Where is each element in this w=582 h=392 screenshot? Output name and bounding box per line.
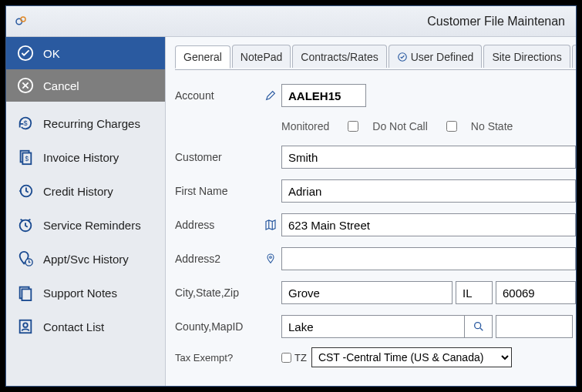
sidebar: OK Cancel $ Recurring Charges $ [6,37,166,386]
tz-label: TZ [294,352,307,364]
taxexempt-checkbox[interactable] [281,353,291,363]
invoice-icon: $ [17,149,34,166]
donotcall-checkbox[interactable] [446,121,457,132]
svg-point-14 [23,323,28,327]
firstname-label: First Name [175,185,260,197]
contact-icon [17,318,34,335]
content-area: General NotePad Contracts/Rates User Def… [166,37,576,386]
history-icon [17,183,34,199]
edit-icon[interactable] [260,89,281,102]
tab-contracts[interactable]: Contracts/Rates [292,45,386,68]
address-label: Address [175,219,260,231]
pin-icon[interactable] [260,253,281,265]
svg-point-16 [270,256,272,259]
sidebar-item-label: Appt/Svc History [43,253,129,266]
search-icon [473,320,485,333]
sidebar-item-label: Contact List [43,320,104,333]
csz-label: City,State,Zip [175,286,260,299]
city-field[interactable] [281,281,452,304]
taxexempt-label: Tax Exempt? [175,352,260,364]
alarm-icon [17,216,34,233]
countymap-label: County,MapID [175,320,260,333]
sidebar-item-invoice-history[interactable]: $ Invoice History [6,140,130,174]
location-time-icon [17,250,34,267]
sidebar-item-appt-svc-history[interactable]: Appt/Svc History [6,242,140,276]
ok-button[interactable]: OK [6,37,165,69]
sidebar-item-label: Recurring Charges [43,117,140,130]
notes-icon [17,284,34,301]
county-field[interactable] [281,315,465,338]
donotcall-label: Do Not Call [372,120,428,132]
cancel-button[interactable]: Cancel [6,69,165,102]
tab-site-directions[interactable]: Site Directions [483,45,570,68]
tab-user-defined[interactable]: User Defined [389,45,483,68]
tab-notepad[interactable]: NotePad [232,45,291,68]
svg-text:$: $ [25,156,29,162]
svg-text:$: $ [23,119,27,127]
cancel-label: Cancel [43,79,79,92]
mapid-field[interactable] [496,315,573,338]
nostate-label: No State [471,120,513,132]
sidebar-item-credit-history[interactable]: Credit History [6,174,124,208]
firstname-field[interactable] [281,179,576,203]
sidebar-item-label: Service Reminders [43,219,141,232]
monitored-label: Monitored [281,120,329,132]
address2-label: Address2 [175,253,260,265]
sidebar-item-contact-list[interactable]: Contact List [6,310,115,343]
sidebar-item-support-notes[interactable]: Support Notes [6,276,128,310]
county-search-button[interactable] [465,315,493,338]
timezone-select[interactable]: CST -Central Time (US & Canada) [311,347,512,367]
x-circle-icon [17,77,34,94]
address2-field[interactable] [281,247,576,270]
zip-field[interactable] [496,281,576,304]
sidebar-item-service-reminders[interactable]: Service Reminders [6,208,152,242]
customer-label: Customer [175,151,260,163]
check-circle-icon [397,52,408,62]
window-title: Customer File Maintenan [28,15,568,28]
tab-general[interactable]: General [175,45,230,69]
tab-service[interactable]: Service [572,45,576,68]
title-bar: Customer File Maintenan [6,6,576,37]
customer-field[interactable] [281,146,576,169]
svg-rect-12 [22,289,31,300]
tab-strip: General NotePad Contracts/Rates User Def… [175,45,576,68]
sidebar-item-recurring-charges[interactable]: $ Recurring Charges [6,106,151,140]
sidebar-item-label: Invoice History [43,151,119,164]
state-field[interactable] [456,281,493,304]
map-icon[interactable] [260,218,281,232]
sidebar-item-label: Support Notes [43,286,117,300]
ok-label: OK [43,47,60,60]
sidebar-item-label: Credit History [43,185,113,198]
svg-point-17 [474,323,480,329]
account-field[interactable] [281,84,366,107]
address-field[interactable] [281,213,576,236]
gear-icon [14,15,28,28]
monitored-checkbox[interactable] [348,121,358,132]
recurring-icon: $ [17,115,34,132]
check-circle-icon [17,45,34,62]
account-label: Account [175,89,260,102]
